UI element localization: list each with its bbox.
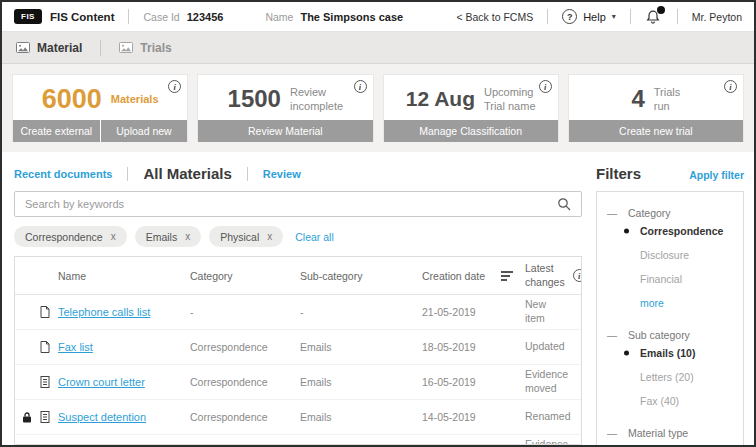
cell-category: - [190,306,300,318]
collapse-icon[interactable]: — [607,428,617,439]
filter-option-emails[interactable]: Emails (10) [607,341,735,365]
filter-option-label: Emails (10) [640,347,695,359]
cell-latest-change: Renamed [525,410,581,424]
filter-group-header: — Sub category [607,329,735,341]
material-link[interactable]: Crown court letter [58,376,190,388]
cell-latest-change: Updated [525,340,581,354]
table-row: Fax list Correspondence Emails 18-05-201… [15,330,581,365]
cell-date: 21-05-2019 [422,306,525,318]
chip-label: Emails [146,231,178,243]
create-external-button[interactable]: Create external [13,120,100,142]
tab-trials-label: Trials [140,41,171,55]
info-icon[interactable]: i [539,80,552,93]
chip-correspondence[interactable]: Correspondence x [14,226,127,247]
col-category: Category [190,270,300,282]
help-label: Help [583,11,606,23]
trials-run-label: Trials run [654,85,680,114]
divider [100,40,101,56]
upcoming-trial-date: 12 Aug [406,87,475,111]
tab-material[interactable]: Material [16,41,82,55]
create-new-trial-button[interactable]: Create new trial [569,120,743,142]
row-icons [15,411,58,423]
chip-physical[interactable]: Physical x [209,226,283,247]
info-icon[interactable]: i [354,80,367,93]
row-icons [15,376,58,388]
filter-option-letters[interactable]: Letters (20) [607,365,735,389]
tab-all-materials[interactable]: All Materials [143,165,231,182]
summary-cards: i 6000 Materials Create external Upload … [2,64,754,152]
remove-icon[interactable]: x [185,231,190,242]
filter-option-label: Financial [640,273,682,285]
chip-emails[interactable]: Emails x [135,226,202,247]
image-icon [119,42,133,53]
trials-run-card: i 4 Trials run Create new trial [568,74,744,142]
info-icon[interactable]: i [573,269,582,282]
divider [547,9,548,24]
filter-group-category: — Category Correspondence Disclosure Fin… [607,207,735,315]
back-to-fcms-link[interactable]: < Back to FCMS [456,11,533,23]
material-link[interactable]: Telephone calls list [58,306,190,318]
col-creation-date: Creation date [422,270,525,282]
col-latest-changes: Latest changes i [525,262,582,289]
document-icon [40,376,50,388]
material-link[interactable]: Fax list [58,341,190,353]
filter-group-subcategory: — Sub category Emails (10) Letters (20) … [607,329,735,413]
table-row: Crown court letter Correspondence Emails… [15,365,581,400]
filter-option-disclosure[interactable]: Disclosure [607,243,735,267]
filter-option-label: Correspondence [640,225,723,237]
more-link[interactable]: more [607,291,735,315]
material-link[interactable]: Suspect detention [58,411,190,423]
filter-option-digital[interactable]: Digital [607,439,735,445]
user-menu[interactable]: Mr. Peyton [692,11,742,23]
case-id-value: 123456 [187,11,224,23]
col-creation-date-label: Creation date [422,270,485,282]
filter-option-label: Letters (20) [640,371,694,383]
filter-group-title: Category [628,207,671,219]
filters-title: Filters [596,165,641,182]
filter-option-label: Fax (40) [640,395,679,407]
filter-option-correspondence[interactable]: Correspondence [607,219,735,243]
remove-icon[interactable]: x [267,231,272,242]
chip-label: Correspondence [25,231,103,243]
materials-card: i 6000 Materials Create external Upload … [12,74,188,142]
cell-subcategory: Emails [300,411,422,423]
remove-icon[interactable]: x [111,231,116,242]
info-icon[interactable]: i [724,80,737,93]
sort-icon[interactable] [501,271,513,281]
filter-chips-row: Correspondence x Emails x Physical x Cle… [14,226,582,247]
filter-group-header: — Material type [607,427,735,439]
upload-new-button[interactable]: Upload new [101,120,188,142]
trial-card-actions: Manage Classification [384,120,558,142]
notifications-button[interactable] [645,9,663,25]
filter-option-fax[interactable]: Fax (40) [607,389,735,413]
app-window: FIS FIS Content Case Id 123456 Name The … [0,0,756,447]
chip-label: Physical [220,231,259,243]
selected-bullet-icon [624,351,629,356]
manage-classification-button[interactable]: Manage Classification [384,120,558,142]
trials-run-card-body: 4 Trials run [569,75,743,120]
tab-recent-documents[interactable]: Recent documents [14,168,112,180]
tab-trials[interactable]: Trials [119,41,171,55]
search-box [14,191,582,217]
cell-subcategory: - [300,306,422,318]
clear-all-link[interactable]: Clear all [295,231,334,243]
review-incomplete-count: 1500 [228,85,281,113]
fis-logo: FIS [14,9,42,24]
app-title: FIS Content [50,11,115,23]
apply-filter-link[interactable]: Apply filter [689,169,744,181]
upcoming-trial-card: i 12 Aug Upcoming Trial name Manage Clas… [383,74,559,142]
search-icon[interactable] [557,197,571,211]
case-id-field: Case Id 123456 [143,11,223,23]
filter-option-financial[interactable]: Financial [607,267,735,291]
review-material-button[interactable]: Review Material [198,120,372,142]
help-menu[interactable]: ? Help ▾ [562,9,616,24]
selected-bullet-icon [624,229,629,234]
tab-review[interactable]: Review [263,168,301,180]
collapse-icon[interactable]: — [607,208,617,219]
search-input[interactable] [25,198,557,210]
materials-card-body: 6000 Materials [13,75,187,120]
table-row: Suspect detention Correspondence Emails … [15,400,581,435]
upcoming-trial-label: Upcoming Trial name [484,85,536,114]
collapse-icon[interactable]: — [607,330,617,341]
filter-group-title: Sub category [628,329,690,341]
